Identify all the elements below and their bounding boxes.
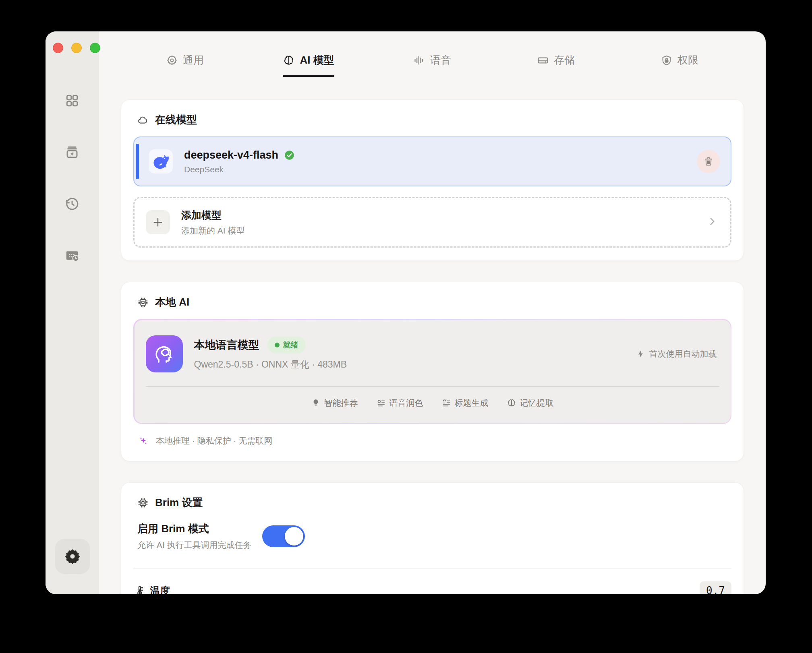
- brim-mode-toggle[interactable]: [262, 525, 305, 547]
- local-model-border: 本地语言模型 就绪 Qwen2.5-0.5B · ONNX 量化 · 483MB: [133, 319, 731, 424]
- chevron-right-icon: [707, 216, 717, 228]
- brain-icon: [507, 399, 516, 407]
- feature-chip-smart-suggest: 智能推荐: [311, 397, 358, 409]
- waveform-icon: [414, 55, 425, 66]
- local-ai-footer-text: 本地推理 · 隐私保护 · 无需联网: [156, 435, 272, 446]
- brim-mode-description: 允许 AI 执行工具调用完成任务: [137, 539, 252, 551]
- tab-label: 存储: [554, 53, 575, 67]
- trash-icon: [703, 156, 714, 167]
- local-model-logo-tile: [146, 335, 183, 372]
- sidebar-item-history[interactable]: [63, 195, 81, 213]
- lightning-icon: [636, 349, 645, 358]
- local-model-specs: Qwen2.5-0.5B · ONNX 量化 · 483MB: [194, 358, 347, 371]
- chip-label: 记忆提取: [520, 397, 554, 409]
- card-title: 在线模型: [155, 113, 197, 127]
- sidebar-item-dashboard[interactable]: [63, 92, 81, 110]
- tab-bar: 通用 AI 模型 语音: [99, 31, 766, 77]
- temperature-label: 温度: [150, 584, 170, 595]
- desktop-background: 通用 AI 模型 语音: [0, 0, 812, 653]
- add-model-texts: 添加模型 添加新的 AI 模型: [181, 209, 245, 236]
- chip-label: 智能推荐: [324, 397, 358, 409]
- chip-label: 标题生成: [455, 397, 489, 409]
- lightbulb-icon: [311, 399, 320, 407]
- autoload-label: 首次使用自动加载: [649, 348, 717, 360]
- add-model-subtitle: 添加新的 AI 模型: [181, 225, 245, 236]
- tab-voice[interactable]: 语音: [371, 53, 494, 77]
- voice-lines-icon: [377, 399, 385, 407]
- tab-label: 语音: [430, 53, 451, 67]
- model-row-deepseek[interactable]: deepseek-v4-flash DeepSeek: [133, 136, 731, 186]
- cpu-icon: [137, 497, 149, 508]
- delete-model-button[interactable]: [697, 150, 720, 173]
- card-title: 本地 AI: [155, 295, 189, 309]
- model-info: deepseek-v4-flash DeepSeek: [184, 149, 295, 174]
- gear-icon: [166, 55, 178, 66]
- tab-permissions[interactable]: 权限: [618, 53, 742, 77]
- local-ai-card: 本地 AI 本地语言模型: [121, 282, 744, 461]
- tab-ai-models[interactable]: AI 模型: [247, 53, 371, 77]
- brim-header: Brim 设置: [121, 483, 744, 519]
- cpu-icon: [137, 297, 149, 308]
- thermometer-icon: [134, 585, 145, 595]
- toggle-knob: [285, 527, 303, 546]
- tab-label: 权限: [677, 53, 698, 67]
- sidebar-settings-button[interactable]: [55, 539, 90, 574]
- chip-label: 语音润色: [389, 397, 423, 409]
- sparkles-icon: [138, 436, 149, 446]
- close-button[interactable]: [53, 43, 63, 53]
- card-title: Brim 设置: [155, 496, 203, 510]
- local-ai-footer: 本地推理 · 隐私保护 · 无需联网: [121, 424, 744, 461]
- local-model-name: 本地语言模型: [194, 338, 259, 352]
- sidebar-nav: [46, 92, 99, 264]
- local-ai-header: 本地 AI: [121, 282, 744, 319]
- model-name: deepseek-v4-flash: [184, 149, 278, 161]
- cards-sparkle-icon: [65, 145, 79, 159]
- online-models-card: 在线模型 deepseek-v4-flash DeepSeek: [121, 99, 744, 261]
- deepseek-whale-icon: [151, 152, 170, 171]
- brim-mode-texts: 启用 Brim 模式 允许 AI 执行工具调用完成任务: [137, 522, 252, 551]
- verified-check-icon: [284, 150, 295, 161]
- history-icon: [65, 196, 79, 211]
- local-model-info: 本地语言模型 就绪 Qwen2.5-0.5B · ONNX 量化 · 483MB: [194, 337, 347, 371]
- local-model-card[interactable]: 本地语言模型 就绪 Qwen2.5-0.5B · ONNX 量化 · 483MB: [135, 320, 731, 423]
- feature-chips: 智能推荐 语音润色 标题生成: [135, 387, 731, 423]
- selected-accent-bar: [136, 144, 139, 179]
- shield-lock-icon: [661, 55, 672, 66]
- feature-chip-voice-polish: 语音润色: [377, 397, 423, 409]
- head-brain-icon: [153, 343, 175, 365]
- online-models-header: 在线模型: [121, 100, 744, 136]
- sidebar-item-ai-cards[interactable]: [63, 143, 81, 161]
- temperature-value[interactable]: 0.7: [700, 581, 731, 594]
- status-dot: [275, 343, 280, 347]
- settings-scroll-area[interactable]: 在线模型 deepseek-v4-flash DeepSeek: [99, 77, 766, 594]
- autoload-hint: 首次使用自动加载: [636, 348, 717, 360]
- calendar-clock-icon: [65, 248, 79, 262]
- brim-settings-card: Brim 设置 启用 Brim 模式 允许 AI 执行工具调用完成任务: [121, 482, 744, 594]
- status-badge: 就绪: [267, 337, 306, 353]
- status-label: 就绪: [283, 340, 298, 350]
- heading-lines-icon: [442, 399, 451, 407]
- sidebar-item-schedule[interactable]: [63, 246, 81, 264]
- harddrive-icon: [537, 55, 549, 66]
- sidebar: [46, 31, 99, 594]
- tab-label: 通用: [183, 53, 204, 67]
- brain-icon: [283, 55, 294, 66]
- plus-icon: [152, 216, 164, 228]
- plus-tile: [146, 210, 170, 234]
- brim-mode-row: 启用 Brim 模式 允许 AI 执行工具调用完成任务: [121, 519, 744, 551]
- add-model-title: 添加模型: [181, 209, 245, 222]
- minimize-button[interactable]: [71, 43, 82, 53]
- model-provider: DeepSeek: [184, 165, 295, 174]
- zoom-button[interactable]: [90, 43, 100, 53]
- settings-window: 通用 AI 模型 语音: [46, 31, 766, 594]
- add-model-button[interactable]: 添加模型 添加新的 AI 模型: [133, 197, 731, 248]
- brim-mode-label: 启用 Brim 模式: [137, 522, 252, 536]
- tab-storage[interactable]: 存储: [494, 53, 618, 77]
- gear-icon: [64, 548, 81, 565]
- feature-chip-title-gen: 标题生成: [442, 397, 489, 409]
- feature-chip-memory: 记忆提取: [507, 397, 554, 409]
- content-area: 通用 AI 模型 语音: [99, 31, 766, 594]
- cloud-icon: [137, 114, 149, 126]
- grid-icon: [65, 93, 79, 108]
- tab-general[interactable]: 通用: [123, 53, 247, 77]
